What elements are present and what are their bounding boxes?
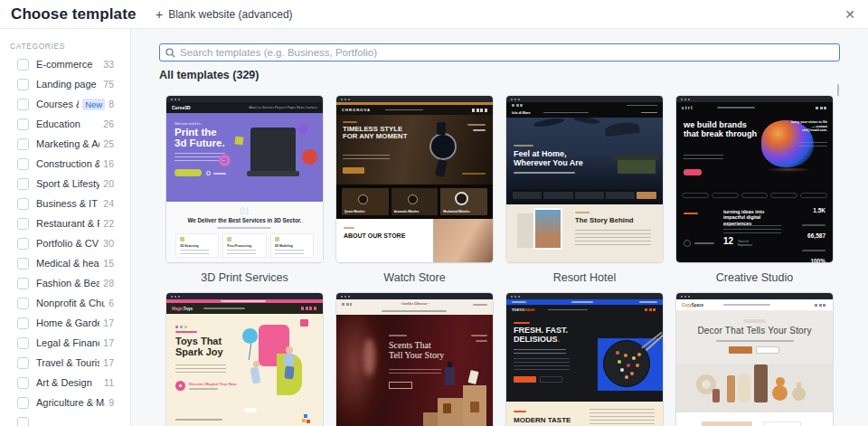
wavy-vase [738, 374, 750, 402]
close-button[interactable]: ✕ [839, 4, 861, 25]
checkbox[interactable] [17, 178, 29, 190]
checkbox[interactable] [17, 417, 29, 426]
checkbox[interactable] [17, 258, 29, 270]
category-count: 25 [103, 138, 114, 149]
hero-paragraph [514, 358, 570, 370]
checkbox[interactable] [17, 397, 29, 409]
sidebar-item-marketing-advertising[interactable]: Marketing & Advertising25 [0, 134, 130, 154]
checkbox[interactable] [17, 278, 29, 289]
sidebar-item-business-it[interactable]: Business & IT24 [0, 194, 130, 213]
category-label: Travel & Tourism [36, 357, 99, 368]
palm-silhouette [533, 117, 565, 128]
hero-title: Toys That Spark Joy [175, 336, 223, 357]
category-label: Landing page [36, 79, 99, 90]
template-thumb[interactable]: ctrl we build brands that break through … [676, 96, 833, 262]
close-icon: ✕ [844, 7, 855, 22]
template-thumb[interactable]: Cozy Space Decor That Tells Your Story [676, 293, 833, 426]
checkbox[interactable] [17, 298, 29, 309]
checkbox[interactable] [17, 317, 29, 329]
category-tiles: Quartz Watches Automatic Watches Mechani… [336, 185, 493, 219]
template-thumb[interactable]: Magic Toys Toys That Spark Joy [166, 293, 323, 426]
sidebar-item-legal-finance[interactable]: Legal & Finance17 [0, 333, 130, 353]
checkbox[interactable] [17, 238, 29, 250]
vases-photo [676, 364, 833, 412]
template-card-creative-studio[interactable]: ctrl we build brands that break through … [676, 96, 833, 293]
service-cards: 3D Scanning Post-Processing [175, 233, 314, 258]
checkbox[interactable] [17, 99, 29, 110]
template-card-watch-store[interactable]: CHRONOVA TIMELESS STYLE FOR ANY MOMENT [336, 96, 493, 293]
search-box[interactable] [159, 43, 840, 62]
checkbox[interactable] [17, 377, 29, 389]
template-thumb[interactable]: - Jardin Obscur - Scents That Tell Your … [336, 293, 493, 426]
sidebar-item-art-design[interactable]: Art & Design11 [0, 373, 130, 393]
template-card-toys[interactable]: Magic Toys Toys That Spark Joy [166, 293, 323, 426]
checkbox[interactable] [17, 59, 29, 71]
search-input[interactable] [180, 47, 834, 58]
scrollbar-thumb[interactable] [837, 84, 839, 96]
hero-secondary-button [540, 376, 562, 383]
checkbox[interactable] [17, 337, 29, 349]
sidebar-item-education[interactable]: Education26 [0, 114, 130, 134]
thumb-navbar: Curve3D About us Services Projects Pages… [166, 102, 323, 113]
template-thumb[interactable]: Isla di Mare Feel at Ho [506, 96, 663, 262]
template-thumb[interactable]: Curve3D About us Services Projects Pages… [166, 96, 323, 262]
template-card-3d-print-services[interactable]: Curve3D About us Services Projects Pages… [166, 96, 323, 293]
services-section: 01 We Deliver the Best Services in 3D Se… [166, 202, 323, 262]
torus-shape [219, 155, 231, 166]
plus-icon: + [156, 8, 163, 21]
checkbox[interactable] [17, 218, 29, 230]
cta-icon-dot [179, 384, 182, 387]
sidebar-item-landing-page[interactable]: Landing page75 [0, 74, 130, 94]
category-count: 75 [103, 79, 114, 90]
thumb-brand-b: HASH [524, 308, 534, 312]
hero-subtitle [716, 340, 794, 342]
hero-cta-button [684, 169, 702, 175]
service-label: Post-Processing [227, 244, 251, 248]
hero-section: Welcome and let's... Print the 3d Future… [166, 113, 323, 202]
sidebar-item-fashion-beauty[interactable]: Fashion & Beauty28 [0, 273, 130, 293]
sidebar-item-ecommerce[interactable]: E-commerce33 [0, 54, 130, 74]
sidebar-item-agriculture-manufacturing[interactable]: Agriculture & Manufacturing9 [0, 393, 130, 412]
service-label: 3D Modeling [275, 244, 293, 248]
watch-icon [408, 194, 418, 204]
category-count: 9 [108, 397, 114, 408]
sidebar-item-portfolio-cv[interactable]: Portfolio & CV30 [0, 233, 130, 253]
checkbox[interactable] [17, 79, 29, 90]
service-text [275, 250, 304, 256]
categories-sidebar: CATEGORIES E-commerce33 Landing page75 C… [0, 29, 131, 426]
sidebar-item-travel-tourism[interactable]: Travel & Tourism17 [0, 353, 130, 373]
booking-field [513, 192, 542, 199]
template-card-resort-hotel[interactable]: Isla di Mare Feel at Ho [506, 96, 663, 293]
sidebar-item-construction-interior[interactable]: Construction & Interior16 [0, 154, 130, 174]
sidebar-item-medical-health[interactable]: Medical & health15 [0, 253, 130, 273]
sidebar-item-nonprofit-church[interactable]: Nonprofit & Church6 [0, 293, 130, 313]
sidebar-item-partial[interactable] [0, 412, 130, 426]
pedestal [438, 398, 465, 426]
checkbox[interactable] [17, 198, 29, 210]
checkbox[interactable] [17, 118, 29, 130]
checkbox[interactable] [17, 158, 29, 170]
blank-website-button[interactable]: + Blank website (advanced) [156, 0, 293, 29]
sidebar-item-courses-coaching[interactable]: Courses & CoachingNew8 [0, 94, 130, 114]
category-count: 11 [104, 377, 114, 388]
template-card-perfume[interactable]: - Jardin Obscur - Scents That Tell Your … [336, 293, 493, 426]
perfume-bottle-cap [448, 362, 452, 367]
hero-title-line2: 3d Future. [175, 138, 225, 149]
sidebar-item-sport-lifestyle[interactable]: Sport & Lifestyle20 [0, 174, 130, 194]
thumb-brand-a: TOKYO [512, 308, 524, 312]
template-thumb[interactable]: TOKYO HASH FRESH. FAST. DELISIOUS. [506, 293, 663, 426]
hero-title: Scents That Tell Your Story [389, 340, 444, 360]
template-card-sushi[interactable]: TOKYO HASH FRESH. FAST. DELISIOUS. [506, 293, 663, 426]
thumb-navbar: CHRONOVA [336, 105, 493, 115]
cta-link [641, 112, 657, 114]
social-icons [645, 308, 657, 312]
template-card-decor[interactable]: Cozy Space Decor That Tells Your Story [676, 293, 833, 426]
sidebar-item-restaurant-food[interactable]: Restaurant & Food22 [0, 213, 130, 233]
template-thumb[interactable]: CHRONOVA TIMELESS STYLE FOR ANY MOMENT [336, 96, 493, 262]
checkbox[interactable] [17, 357, 29, 369]
sidebar-item-home-gardening[interactable]: Home & Gardening17 [0, 313, 130, 333]
checkbox[interactable] [17, 138, 29, 150]
category-label: Legal & Finance [36, 337, 99, 348]
secondary-button [756, 346, 779, 354]
about-section: ABOUT OUR STORE [336, 219, 493, 262]
